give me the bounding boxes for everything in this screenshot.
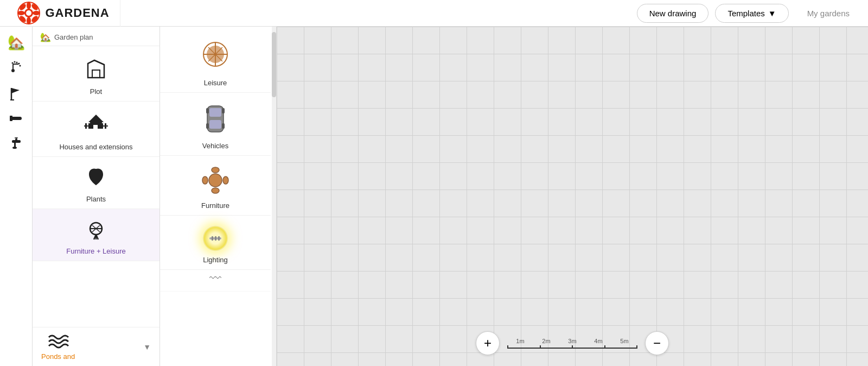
category-item-houses[interactable]: Houses and extensions	[33, 102, 159, 157]
furniture-leisure-icon	[85, 218, 107, 244]
svg-marker-38	[88, 115, 104, 122]
scrollbar-thumb[interactable]	[272, 32, 276, 97]
scale-label-1m: 1m	[507, 338, 533, 344]
category-item-plot[interactable]: Plot	[33, 49, 159, 102]
sidebar-item-tap[interactable]	[8, 134, 25, 153]
sidebar-item-garden-plan[interactable]: 🏡	[7, 32, 26, 53]
svg-point-2	[27, 17, 31, 24]
svg-rect-58	[222, 108, 225, 113]
svg-point-4	[33, 11, 40, 15]
subcategory-item-furniture[interactable]: Furniture	[160, 156, 271, 216]
subcategory-item-lighting[interactable]: Lighting	[160, 216, 271, 270]
svg-rect-59	[206, 123, 209, 129]
svg-point-62	[212, 167, 219, 173]
header: GARDENA New drawing Templates ▼ My garde…	[0, 0, 868, 27]
scale-label-4m: 4m	[585, 338, 611, 344]
svg-rect-31	[85, 123, 87, 129]
svg-point-17	[18, 63, 20, 65]
svg-point-18	[19, 65, 21, 67]
svg-rect-55	[209, 108, 221, 117]
svg-point-61	[209, 174, 222, 187]
plants-icon	[85, 166, 107, 192]
svg-rect-37	[105, 123, 106, 129]
zoom-in-button[interactable]: +	[476, 331, 500, 355]
scrollbar-track	[272, 27, 276, 366]
vehicles-label: Vehicles	[202, 142, 228, 150]
scale-label-2m: 2m	[533, 338, 559, 344]
sidebar: 🏡	[0, 27, 33, 366]
my-gardens-button[interactable]: My gardens	[795, 4, 861, 22]
category-label-furniture-leisure: Furniture + Leisure	[66, 247, 125, 255]
scale-labels: 1m 2m 3m 4m 5m	[507, 338, 637, 344]
svg-rect-69	[218, 236, 220, 241]
sidebar-item-sprinkler[interactable]	[8, 59, 25, 78]
gardena-logo-icon	[17, 1, 41, 25]
sidebar-item-plot[interactable]	[8, 84, 25, 103]
subcategory-item-leisure[interactable]: Leisure	[160, 30, 271, 93]
category-item-plants[interactable]: Plants	[33, 157, 159, 209]
scale-segment	[541, 345, 573, 348]
svg-rect-68	[215, 236, 216, 241]
sidebar-item-pipe[interactable]	[8, 109, 25, 128]
svg-rect-25	[14, 143, 16, 147]
subcategory-item-partial[interactable]: 〰	[160, 270, 271, 292]
scale-segment	[605, 345, 637, 348]
zoom-out-button[interactable]: −	[645, 331, 669, 355]
svg-point-63	[212, 188, 219, 193]
houses-icon	[83, 110, 109, 140]
svg-point-3	[17, 11, 25, 15]
new-drawing-button[interactable]: New drawing	[637, 4, 709, 23]
category-item-ponds[interactable]: Ponds and ▼	[33, 327, 159, 366]
subcategory-list: Leisure Vehicles	[160, 27, 276, 366]
logo: GARDENA	[7, 0, 120, 27]
category-item-furniture-leisure[interactable]: Furniture + Leisure	[33, 209, 159, 261]
ponds-icon	[47, 333, 69, 349]
templates-arrow-icon: ▼	[768, 9, 776, 18]
category-list: Plot	[33, 46, 159, 327]
category-label-houses: Houses and extensions	[59, 143, 132, 151]
plot-icon	[85, 58, 107, 84]
canvas-grid	[277, 27, 868, 366]
svg-rect-60	[222, 123, 225, 129]
svg-rect-23	[10, 116, 12, 121]
main-area: 🏡	[0, 27, 868, 366]
furniture-label: Furniture	[201, 201, 229, 210]
ponds-dropdown-arrow-icon[interactable]: ▼	[143, 343, 151, 351]
svg-point-10	[26, 10, 31, 16]
logo-text: GARDENA	[45, 6, 109, 20]
category-label-plot: Plot	[90, 87, 102, 96]
svg-rect-32	[88, 123, 90, 129]
svg-point-64	[202, 176, 208, 184]
canvas-area[interactable]: + 1m 2m 3m 4m 5m −	[277, 27, 868, 366]
svg-point-14	[11, 62, 13, 64]
lighting-label: Lighting	[203, 256, 228, 264]
templates-label: Templates	[727, 9, 764, 18]
garden-plan-header: 🏡 Garden plan	[33, 27, 159, 46]
svg-rect-56	[209, 120, 221, 129]
leisure-label: Leisure	[204, 79, 227, 87]
vehicles-icon	[202, 103, 229, 137]
svg-rect-27	[15, 139, 17, 141]
header-actions: New drawing Templates ▼ My gardens	[637, 4, 861, 23]
svg-point-26	[12, 147, 17, 149]
svg-marker-19	[11, 88, 20, 93]
scale-label-5m: 5m	[611, 338, 637, 344]
ponds-label: Ponds and	[41, 352, 75, 361]
scale-label-3m: 3m	[559, 338, 585, 344]
svg-point-15	[14, 61, 15, 63]
subcategory-item-vehicles[interactable]: Vehicles	[160, 93, 271, 156]
svg-rect-40	[93, 125, 98, 129]
category-panel: 🏡 Garden plan Plot	[33, 27, 160, 366]
scale-segment	[573, 345, 605, 348]
subcategory-panel: Leisure Vehicles	[160, 27, 277, 366]
templates-button[interactable]: Templates ▼	[715, 4, 788, 23]
category-label-plants: Plants	[86, 195, 106, 203]
svg-point-1	[27, 2, 31, 9]
lighting-icon	[202, 225, 228, 251]
scale-line	[507, 345, 637, 349]
scale-bar: 1m 2m 3m 4m 5m	[507, 338, 637, 349]
zoom-controls: + 1m 2m 3m 4m 5m −	[476, 331, 669, 355]
leisure-icon	[201, 40, 230, 74]
svg-rect-57	[206, 108, 209, 113]
scale-segment	[508, 345, 541, 348]
